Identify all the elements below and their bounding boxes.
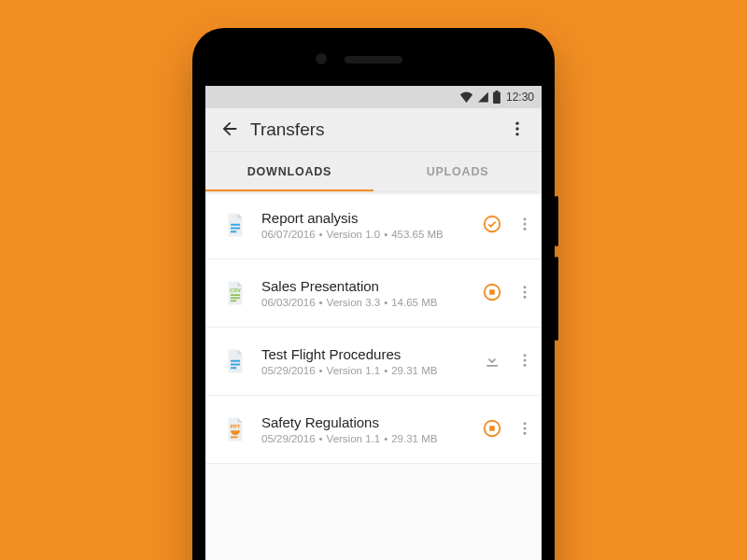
file-name: Sales Presentation <box>261 278 476 296</box>
svg-rect-12 <box>231 297 240 299</box>
svg-point-0 <box>515 121 518 124</box>
tab-downloads[interactable]: DOWNLOADS <box>205 152 374 191</box>
svg-point-1 <box>515 127 518 130</box>
file-info: Sales Presentation06/03/2016•Version 3.3… <box>256 278 476 309</box>
signal-icon <box>477 91 489 103</box>
transfer-row[interactable]: PPTSafety Regulations05/29/2016•Version … <box>205 396 542 464</box>
transfer-status-button[interactable] <box>476 277 508 309</box>
app-bar: Transfers <box>205 108 542 152</box>
more-vert-icon <box>516 284 533 303</box>
file-type-icon: CSV <box>215 273 256 314</box>
back-button[interactable] <box>211 111 248 148</box>
more-vert-icon <box>516 352 533 371</box>
svg-point-29 <box>524 422 527 425</box>
svg-point-23 <box>524 358 527 361</box>
svg-rect-3 <box>231 224 240 226</box>
more-vert-icon <box>516 216 533 235</box>
more-vert-icon <box>516 420 533 440</box>
phone-camera <box>316 53 327 64</box>
file-size: 29.31 MB <box>391 433 437 444</box>
transfer-status-button[interactable] <box>476 413 508 445</box>
file-date: 05/29/2016 <box>261 433 316 444</box>
transfer-status-button[interactable] <box>476 345 508 377</box>
phone-speaker <box>345 56 402 63</box>
file-info: Test Flight Procedures05/29/2016•Version… <box>256 346 476 377</box>
file-date: 05/29/2016 <box>261 365 316 376</box>
phone-side-button <box>555 257 558 341</box>
more-vert-icon <box>508 119 527 141</box>
svg-point-30 <box>524 427 527 429</box>
svg-point-2 <box>515 133 518 135</box>
file-version: Version 1.0 <box>327 229 381 240</box>
svg-rect-11 <box>231 294 240 296</box>
row-overflow-button[interactable] <box>508 411 542 448</box>
tab-uploads[interactable]: UPLOADS <box>374 152 542 191</box>
file-meta: 05/29/2016•Version 1.1•29.31 MB <box>261 433 476 444</box>
file-size: 14.65 MB <box>391 297 437 308</box>
svg-rect-20 <box>231 364 240 366</box>
svg-point-24 <box>524 363 527 366</box>
svg-rect-15 <box>489 289 495 295</box>
page-title: Transfers <box>250 119 325 140</box>
svg-point-9 <box>524 227 527 230</box>
row-overflow-button[interactable] <box>508 206 542 244</box>
transfer-status-button[interactable] <box>476 209 508 241</box>
file-type-icon <box>215 204 256 245</box>
svg-rect-21 <box>231 367 236 369</box>
svg-point-16 <box>524 286 527 288</box>
download-icon <box>483 351 501 372</box>
svg-point-31 <box>524 431 527 434</box>
file-version: Version 1.1 <box>327 365 381 376</box>
file-type-icon <box>215 341 256 382</box>
file-type-icon: PPT <box>215 409 256 450</box>
svg-rect-19 <box>231 360 240 362</box>
phone-side-button <box>555 196 558 246</box>
file-name: Safety Regulations <box>261 414 476 432</box>
file-date: 06/03/2016 <box>261 297 316 308</box>
check-circle-icon <box>482 214 502 237</box>
svg-rect-26 <box>231 437 238 439</box>
wifi-icon <box>459 91 473 103</box>
svg-point-22 <box>524 354 527 357</box>
phone-screen: 12:30 Transfers DOWNLOADS UPLOADS Report… <box>205 86 542 560</box>
svg-point-7 <box>524 217 527 220</box>
file-date: 06/07/2016 <box>261 229 316 240</box>
svg-point-18 <box>524 295 527 298</box>
svg-point-6 <box>485 216 500 231</box>
file-info: Report analysis06/07/2016•Version 1.0•45… <box>256 210 476 241</box>
phone-frame: 12:30 Transfers DOWNLOADS UPLOADS Report… <box>192 28 555 560</box>
stop-circle-icon <box>482 282 502 305</box>
svg-text:PPT: PPT <box>231 424 241 429</box>
svg-rect-5 <box>231 231 236 232</box>
file-meta: 05/29/2016•Version 1.1•29.31 MB <box>261 365 476 376</box>
file-version: Version 1.1 <box>327 433 381 444</box>
file-size: 29.31 MB <box>391 365 437 376</box>
file-name: Report analysis <box>261 210 476 228</box>
svg-point-8 <box>524 222 527 225</box>
status-time: 12:30 <box>506 91 534 104</box>
file-info: Safety Regulations05/29/2016•Version 1.1… <box>256 414 476 445</box>
svg-rect-4 <box>231 228 240 230</box>
arrow-back-icon <box>219 119 240 142</box>
transfer-row[interactable]: Test Flight Procedures05/29/2016•Version… <box>205 328 542 396</box>
svg-rect-28 <box>489 426 495 431</box>
stop-circle-icon <box>482 418 502 441</box>
svg-point-17 <box>524 290 527 293</box>
tab-indicator <box>205 189 374 191</box>
file-meta: 06/03/2016•Version 3.3•14.65 MB <box>261 297 476 308</box>
file-version: Version 3.3 <box>327 297 381 308</box>
overflow-menu-button[interactable] <box>499 111 536 148</box>
transfer-row[interactable]: CSVSales Presentation06/03/2016•Version … <box>205 259 542 328</box>
row-overflow-button[interactable] <box>508 274 542 312</box>
tab-bar: DOWNLOADS UPLOADS <box>205 152 542 191</box>
transfer-row[interactable]: Report analysis06/07/2016•Version 1.0•45… <box>205 191 542 259</box>
svg-text:CSV: CSV <box>230 287 241 293</box>
transfer-list: Report analysis06/07/2016•Version 1.0•45… <box>205 191 542 464</box>
status-bar: 12:30 <box>205 86 542 108</box>
file-size: 453.65 MB <box>391 229 444 240</box>
file-meta: 06/07/2016•Version 1.0•453.65 MB <box>261 229 476 240</box>
file-name: Test Flight Procedures <box>261 346 476 364</box>
battery-icon <box>493 91 500 104</box>
svg-rect-13 <box>231 301 236 302</box>
row-overflow-button[interactable] <box>508 343 542 380</box>
